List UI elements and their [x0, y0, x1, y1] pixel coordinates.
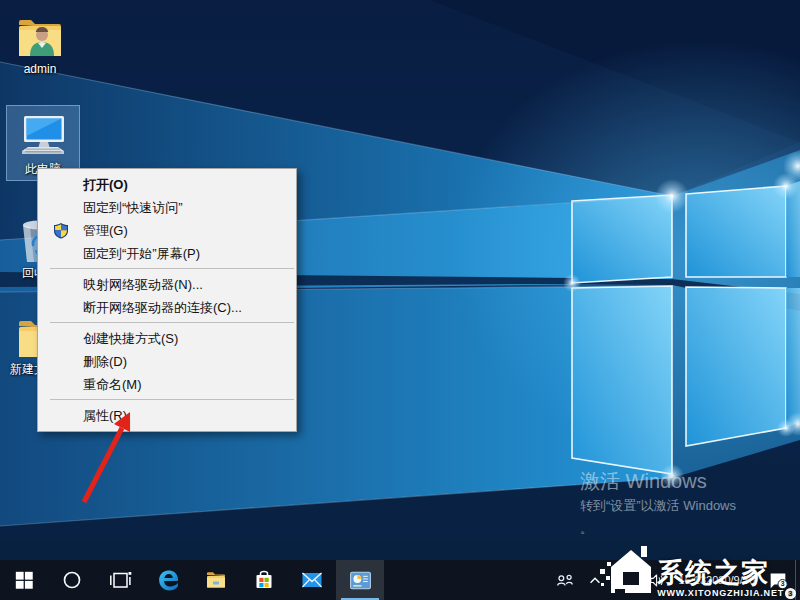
icon-label: admin	[8, 63, 72, 76]
svg-text:3: 3	[781, 580, 785, 587]
volume-icon	[647, 570, 667, 590]
menu-item-disconnect-network-drive[interactable]: 断开网络驱动器的连接(C)...	[38, 296, 296, 319]
taskbar: 16:13 2020/9/30 3	[0, 560, 800, 600]
network-button[interactable]	[609, 560, 641, 600]
edge-icon	[156, 568, 181, 593]
store-button[interactable]	[240, 560, 288, 600]
menu-item-pin-start[interactable]: 固定到“开始”屏幕(P)	[38, 242, 296, 265]
network-icon	[615, 570, 635, 590]
clock-date: 2020/9/30	[706, 574, 755, 587]
cortana-circle-icon	[61, 569, 83, 591]
task-view-icon	[108, 568, 132, 592]
system-tray: 16:13 2020/9/30 3	[549, 560, 800, 600]
system-tool-button[interactable]	[336, 560, 384, 600]
people-icon	[555, 570, 575, 590]
start-button[interactable]	[0, 560, 48, 600]
mail-button[interactable]	[288, 560, 336, 600]
volume-button[interactable]	[641, 560, 673, 600]
menu-separator	[50, 322, 294, 323]
store-icon	[252, 568, 276, 592]
menu-item-create-shortcut[interactable]: 创建快捷方式(S)	[38, 327, 296, 350]
chevron-up-icon	[587, 572, 603, 588]
people-button[interactable]	[549, 560, 581, 600]
file-explorer-icon	[204, 568, 228, 592]
taskbar-clock[interactable]: 16:13 2020/9/30	[673, 560, 761, 600]
task-view-button[interactable]	[96, 560, 144, 600]
context-menu: 打开(O) 固定到“快速访问” 管理(G) 固定到“开始”屏幕(P) 映射网络驱…	[37, 168, 297, 432]
tray-overflow-button[interactable]	[581, 560, 609, 600]
menu-item-open[interactable]: 打开(O)	[38, 173, 296, 196]
file-explorer-button[interactable]	[192, 560, 240, 600]
system-tool-icon	[348, 568, 373, 593]
menu-item-manage[interactable]: 管理(G)	[38, 219, 296, 242]
menu-item-properties[interactable]: 属性(R)	[38, 404, 296, 427]
menu-item-map-network-drive[interactable]: 映射网络驱动器(N)...	[38, 273, 296, 296]
clock-time: 16:13	[679, 574, 707, 587]
menu-separator	[50, 399, 294, 400]
menu-item-delete[interactable]: 删除(D)	[38, 350, 296, 373]
activation-subtitle: 转到“设置”以激活 Windows	[580, 496, 736, 516]
edge-button[interactable]	[144, 560, 192, 600]
windows-logo-icon	[14, 570, 34, 590]
mail-icon	[300, 568, 324, 592]
activation-title: 激活 Windows	[580, 468, 736, 494]
desktop-icon-admin[interactable]: admin	[8, 12, 72, 76]
activation-watermark: 激活 Windows 转到“设置”以激活 Windows 。	[580, 468, 736, 538]
computer-icon	[7, 112, 79, 160]
menu-item-rename[interactable]: 重命名(M)	[38, 373, 296, 396]
action-center-icon: 3	[767, 569, 789, 591]
search-button[interactable]	[48, 560, 96, 600]
user-folder-icon	[8, 12, 72, 60]
menu-separator	[50, 268, 294, 269]
menu-item-pin-quick-access[interactable]: 固定到“快速访问”	[38, 196, 296, 219]
activation-period: 。	[580, 520, 736, 538]
action-center-button[interactable]: 3	[761, 560, 795, 600]
show-desktop-button[interactable]	[795, 560, 800, 600]
